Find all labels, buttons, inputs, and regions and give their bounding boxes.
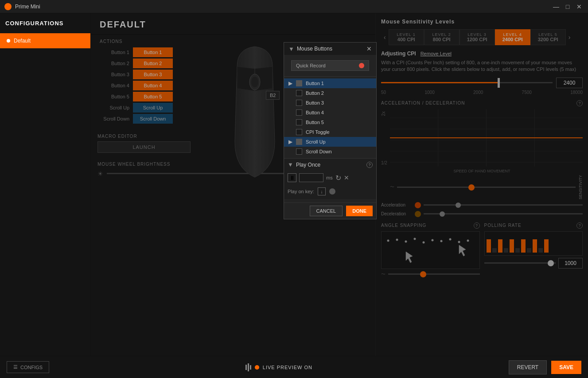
live-preview-section: LIVE PREVIEW ON: [245, 363, 312, 371]
btn4-check[interactable]: [296, 109, 302, 116]
app-title: Prime Mini: [15, 4, 552, 10]
modal-items-list: ▶ Button 1 ▶ Button 2 ▶ Button 3: [284, 77, 376, 158]
btn1-label: Button 1: [306, 81, 324, 86]
play-title-row: ▼ Play Once: [288, 161, 320, 168]
modal-item-btn2[interactable]: ▶ Button 2: [284, 88, 376, 98]
btn3-arrow: ▶: [288, 100, 292, 106]
modal-title: Mouse Buttons: [297, 46, 332, 52]
scrollup-check[interactable]: [296, 139, 302, 145]
scrolldown-label: Scroll Down: [306, 149, 332, 154]
modal-header-title: ▼ Mouse Buttons: [288, 46, 332, 52]
app-icon: [4, 3, 12, 10]
sidebar-header: CONFIGURATIONS: [0, 13, 90, 33]
active-indicator: [7, 39, 10, 43]
scrolldown-arrow: ▶: [288, 148, 292, 155]
modal-item-scrolldown[interactable]: ▶ Scroll Down: [284, 147, 376, 156]
modal-item-btn4[interactable]: ▶ Button 4: [284, 108, 376, 117]
minimize-button[interactable]: —: [552, 2, 561, 11]
maximize-button[interactable]: □: [563, 2, 572, 11]
save-button[interactable]: SAVE: [551, 361, 581, 374]
content-area: DEFAULT PRODUCT INFORMATION AND HELP ? A…: [91, 13, 588, 356]
btn3-label: Button 3: [306, 100, 324, 105]
modal-buttons-row: CANCEL DONE: [284, 203, 376, 219]
play-title-label: Play Once: [296, 162, 320, 168]
live-bars-icon: [245, 363, 251, 371]
btn2-arrow: ▶: [288, 90, 292, 96]
btn1-arrow: ▶: [288, 80, 292, 86]
repeat-icon[interactable]: ↻: [335, 174, 341, 182]
mouse-buttons-modal: ▼ Mouse Buttons ✕ Quick Record ▶: [284, 42, 377, 219]
btn2-label: Button 2: [306, 90, 324, 96]
btn3-check[interactable]: [296, 100, 302, 106]
revert-button[interactable]: REVERT: [509, 360, 547, 374]
configs-label: CONFIGS: [20, 365, 43, 370]
play-once-section: ▼ Play Once ? ⏸ ms ↻ ✕ Play on key:: [284, 158, 376, 199]
live-bar-3: [250, 365, 251, 370]
record-dot: [359, 63, 364, 68]
ms-label: ms: [326, 175, 333, 180]
play-header: ▼ Play Once ?: [284, 159, 376, 171]
btn4-arrow: ▶: [288, 109, 292, 116]
modal-close-button[interactable]: ✕: [366, 45, 372, 52]
sidebar-item-label: Default: [14, 38, 31, 44]
modal-item-scrollup[interactable]: ▶ Scroll Up: [284, 137, 376, 147]
modal-item-btn3[interactable]: ▶ Button 3: [284, 98, 376, 108]
configs-button[interactable]: ☰ CONFIGS: [7, 361, 49, 373]
quick-record-section: Quick Record: [284, 55, 376, 77]
cancel-button[interactable]: CANCEL: [310, 206, 343, 216]
live-preview-label: LIVE PREVIEW ON: [263, 365, 312, 370]
key-circle-icon[interactable]: [329, 188, 335, 195]
scrollup-arrow: ▶: [288, 139, 292, 145]
play-on-key-row: Play on key: ↓: [284, 187, 376, 199]
sidebar-item-default[interactable]: Default: [0, 33, 90, 48]
btn5-check[interactable]: [296, 119, 302, 125]
live-bar-1: [245, 365, 247, 370]
play-collapse-icon: ▼: [288, 161, 293, 168]
ms-input[interactable]: [299, 173, 323, 182]
modal-header: ▼ Mouse Buttons ✕: [284, 43, 376, 55]
window-controls: — □ ✕: [552, 2, 584, 11]
close-button[interactable]: ✕: [575, 2, 584, 11]
quick-record-bar[interactable]: Quick Record: [291, 60, 369, 71]
scrolldown-check[interactable]: [296, 148, 302, 155]
titlebar: Prime Mini — □ ✕: [0, 0, 588, 13]
collapse-icon: ▼: [288, 46, 294, 52]
quick-record-label: Quick Record: [296, 63, 326, 68]
play-controls: ⏸ ms ↻ ✕: [284, 173, 376, 185]
cpi-label: CPI Toggle: [306, 129, 330, 135]
modal-item-btn1[interactable]: ▶ Button 1: [284, 78, 376, 88]
cpi-arrow: ▶: [288, 129, 292, 135]
configs-icon: ☰: [13, 364, 18, 370]
play-pause-button[interactable]: ⏸: [288, 173, 296, 182]
live-bar-2: [248, 363, 249, 371]
key-down-icon[interactable]: ↓: [318, 187, 326, 195]
modal-item-btn5[interactable]: ▶ Button 5: [284, 117, 376, 127]
btn5-arrow: ▶: [288, 119, 292, 125]
cpi-check[interactable]: [296, 129, 302, 135]
btn2-check[interactable]: [296, 90, 302, 96]
play-help-btn[interactable]: ?: [366, 162, 373, 168]
sidebar: CONFIGURATIONS Default: [0, 13, 91, 356]
play-on-key-label: Play on key:: [288, 189, 314, 194]
btn1-check[interactable]: [296, 80, 302, 86]
modal-overlay[interactable]: ▼ Mouse Buttons ✕ Quick Record ▶: [91, 13, 588, 356]
done-button[interactable]: DONE: [346, 206, 373, 216]
bottom-bar: ☰ CONFIGS LIVE PREVIEW ON REVERT SAVE: [0, 356, 588, 378]
cancel-x-icon[interactable]: ✕: [344, 174, 349, 181]
btn4-label: Button 4: [306, 110, 324, 115]
modal-item-cpi[interactable]: ▶ CPI Toggle: [284, 127, 376, 137]
live-dot-indicator: [255, 365, 259, 370]
scrollup-label: Scroll Up: [306, 139, 326, 144]
btn5-label: Button 5: [306, 120, 324, 125]
